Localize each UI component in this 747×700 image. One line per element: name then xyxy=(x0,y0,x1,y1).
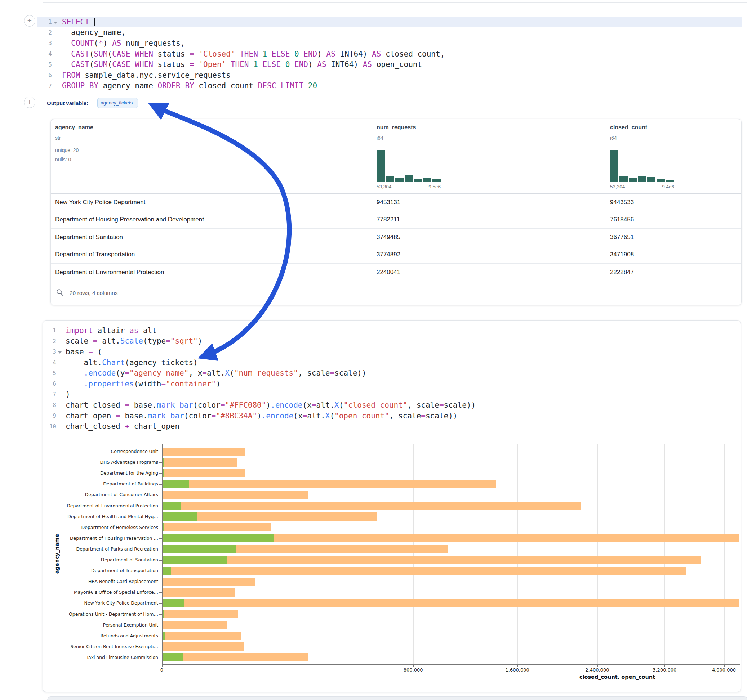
code-line[interactable]: 5 .encode(y="agency_name", x=alt.X("num_… xyxy=(43,368,741,379)
column-histogram xyxy=(377,150,441,182)
code-line[interactable]: 4 alt.Chart(agency_tickets) xyxy=(43,357,741,368)
column-header-agency-name[interactable]: agency_name str unique: 20 nulls: 0 xyxy=(55,119,365,193)
histogram-bar xyxy=(414,179,422,182)
x-axis-title: closed_count, open_count xyxy=(538,674,697,680)
code-line[interactable]: 2 agency_name, xyxy=(38,27,742,38)
bar-open xyxy=(162,632,165,640)
bar-closed xyxy=(162,653,308,661)
code-text: agency_name, xyxy=(62,28,126,37)
line-number: 7 xyxy=(38,83,52,89)
column-header-closed-count[interactable]: closed_count i64 53,304 9.4e6 xyxy=(610,119,740,193)
line-number: 2 xyxy=(38,29,52,36)
table-cell: 9443533 xyxy=(610,194,634,211)
line-number: 1 xyxy=(38,18,52,25)
code-line[interactable]: 1import altair as alt xyxy=(43,325,741,336)
column-histogram xyxy=(610,150,674,182)
y-axis-label: DHS Advantage Programs xyxy=(43,459,158,465)
code-line[interactable]: 6FROM sample_data.nyc.service_requests xyxy=(38,70,742,81)
y-axis-label: Department for the Aging xyxy=(43,470,158,476)
add-cell-button[interactable]: + xyxy=(24,97,35,108)
y-tick xyxy=(159,473,162,474)
table-row[interactable]: New York City Police Department945313194… xyxy=(51,194,741,211)
y-axis-label: Correspondence Unit xyxy=(43,449,158,454)
bar-closed xyxy=(162,491,308,499)
line-number: 4 xyxy=(43,359,56,366)
y-tick xyxy=(159,451,162,452)
code-line[interactable]: 5 CAST(SUM(CASE WHEN status = 'Open' THE… xyxy=(38,59,742,70)
x-axis-label: 0 xyxy=(136,667,187,673)
y-axis-label: Operations Unit - Department of Hom… xyxy=(43,611,158,617)
table-cell: 7782211 xyxy=(377,211,400,228)
column-header-num-requests[interactable]: num_requests i64 53,304 9.5e6 xyxy=(377,119,600,193)
code-text: .properties(width="container") xyxy=(66,380,221,388)
sql-editor[interactable]: 1SELECT 2 agency_name,3 COUNT(*) AS num_… xyxy=(38,17,742,91)
bar-closed xyxy=(162,621,227,629)
code-line[interactable]: 3 COUNT(*) AS num_requests, xyxy=(38,38,742,48)
y-axis-title: agency_name xyxy=(54,514,60,593)
histogram-bar xyxy=(395,178,404,182)
code-line[interactable]: 7) xyxy=(43,389,741,400)
code-text: alt.Chart(agency_tickets) xyxy=(66,358,198,367)
code-text: CAST(SUM(CASE WHEN status = 'Open' THEN … xyxy=(62,60,422,69)
bar-open xyxy=(162,459,164,467)
y-tick xyxy=(159,647,162,647)
x-tick xyxy=(597,664,598,667)
fold-chevron-icon[interactable] xyxy=(56,347,64,356)
line-number: 10 xyxy=(43,423,56,430)
bar-open xyxy=(162,523,163,531)
histogram-max-label: 9.5e6 xyxy=(377,184,441,189)
search-icon[interactable] xyxy=(56,288,64,298)
y-axis-label: Refunds and Adjustments xyxy=(43,633,158,638)
code-line[interactable]: 1SELECT xyxy=(38,17,742,27)
code-line[interactable]: 9chart_open = base.mark_bar(color="#8BC3… xyxy=(43,410,741,421)
y-axis-label: Mayorâ€ s Office of Special Enforce… xyxy=(43,590,158,595)
bar-open xyxy=(162,512,197,520)
python-editor[interactable]: 1import altair as alt2scale = alt.Scale(… xyxy=(43,325,741,432)
code-text: chart_closed + chart_open xyxy=(66,422,180,431)
bar-open xyxy=(162,534,274,542)
histogram-bar xyxy=(656,179,665,182)
y-axis-label: Department of Consumer Affairs xyxy=(43,492,158,497)
bar-closed xyxy=(162,480,496,488)
output-variable-label: Output variable: xyxy=(47,100,88,106)
line-number: 6 xyxy=(38,72,52,78)
table-cell: 3471908 xyxy=(610,246,634,263)
x-tick xyxy=(517,664,518,667)
bar-open xyxy=(162,469,163,477)
column-name: closed_count xyxy=(610,124,647,131)
y-tick xyxy=(159,484,162,485)
code-line[interactable]: 4 CAST(SUM(CASE WHEN status = 'Closed' T… xyxy=(38,48,742,59)
gridline xyxy=(517,444,518,664)
bar-closed xyxy=(162,556,701,564)
bar-closed xyxy=(162,448,245,456)
y-axis-label: Taxi and Limousine Commission xyxy=(43,655,158,660)
bar-closed xyxy=(162,588,234,597)
code-text: base = ( xyxy=(66,347,102,356)
next-cell-edge[interactable] xyxy=(47,696,747,700)
code-text: import altair as alt xyxy=(66,326,157,335)
code-line[interactable]: 2scale = alt.Scale(type="sqrt") xyxy=(43,336,741,347)
code-line[interactable]: 7GROUP BY agency_name ORDER BY closed_co… xyxy=(38,81,742,92)
output-variable-chip[interactable]: agency_tickets xyxy=(97,98,138,108)
bar-closed xyxy=(162,502,581,510)
code-line[interactable]: 3base = ( xyxy=(43,346,741,357)
add-cell-button[interactable]: + xyxy=(24,15,35,27)
fold-chevron-icon[interactable] xyxy=(52,18,59,26)
histogram-bar xyxy=(386,176,394,182)
y-tick xyxy=(159,462,162,463)
line-number: 9 xyxy=(43,412,56,419)
histogram-bar xyxy=(620,177,628,182)
table-row[interactable]: Department of Sanitation37494853677651 xyxy=(51,229,741,246)
code-line[interactable]: 10chart_closed + chart_open xyxy=(43,421,741,432)
code-line[interactable]: 8chart_closed = base.mark_bar(color="#FF… xyxy=(43,400,741,410)
table-row[interactable]: Department of Transportation377489234719… xyxy=(51,246,741,264)
y-tick xyxy=(159,582,162,582)
bar-closed xyxy=(162,578,256,586)
code-line[interactable]: 6 .properties(width="container") xyxy=(43,379,741,389)
table-row[interactable]: Department of Environmental Protection22… xyxy=(51,264,741,281)
bar-closed xyxy=(162,469,245,477)
table-row[interactable]: Department of Housing Preservation and D… xyxy=(51,211,741,229)
y-tick xyxy=(159,614,162,615)
table-cell: Department of Sanitation xyxy=(55,229,123,246)
x-axis-label: 800,000 xyxy=(388,667,439,673)
